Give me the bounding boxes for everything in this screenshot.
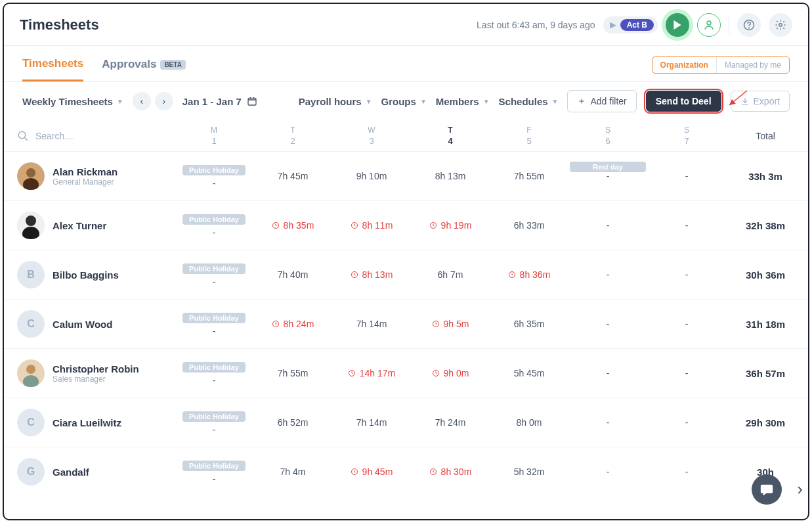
table-row[interactable]: Christopher RobinSales managerPublic Hol… [4, 348, 808, 398]
chat-button[interactable] [752, 474, 782, 505]
time-cell[interactable]: 6h 33m [490, 220, 568, 231]
date-range-picker[interactable]: Jan 1 - Jan 7 [182, 96, 257, 107]
row-total: 32h 38m [726, 220, 805, 231]
time-cell[interactable]: - [568, 319, 647, 329]
time-cell[interactable]: 7h 55m [253, 368, 332, 378]
avatar: C [17, 409, 45, 436]
clock-icon [272, 221, 280, 229]
next-week-button[interactable]: › [155, 92, 173, 110]
time-cell[interactable]: 8h 13m [332, 269, 411, 280]
clock-icon [272, 320, 280, 328]
time-cell[interactable]: 8h 30m [411, 466, 490, 477]
time-cell[interactable]: Public Holiday- [175, 164, 253, 189]
search-input[interactable] [34, 130, 133, 142]
time-cell[interactable]: 7h 14m [332, 319, 411, 329]
time-cell[interactable]: - [568, 466, 647, 477]
clock-icon [429, 468, 437, 476]
carousel-next[interactable]: › [797, 479, 803, 499]
time-cell[interactable]: 8h 35m [253, 220, 332, 231]
time-cell[interactable]: - [568, 368, 647, 378]
filter-bar: Weekly Timesheets▼ ‹ › Jan 1 - Jan 7 Pay… [4, 82, 808, 120]
time-cell[interactable]: Public Holiday- [175, 312, 253, 336]
time-cell[interactable]: Rest day- [568, 171, 647, 181]
time-cell[interactable]: 8h 36m [490, 269, 568, 280]
restday-badge: Rest day [570, 162, 646, 172]
last-out-text: Last out 6:43 am, 9 days ago [477, 20, 595, 30]
svg-point-2 [749, 28, 750, 28]
table-row[interactable]: BBilbo BagginsPublic Holiday-7h 40m 8h 1… [4, 250, 808, 299]
time-cell[interactable]: 8h 13m [411, 171, 490, 181]
profile-button[interactable] [697, 13, 721, 37]
table-row[interactable]: GGandalfPublic Holiday-7h 4m 9h 45m 8h 3… [4, 447, 808, 496]
time-cell[interactable]: - [568, 269, 647, 280]
time-cell[interactable]: 6h 7m [411, 269, 490, 280]
time-cell[interactable]: 5h 32m [490, 466, 568, 477]
time-cell[interactable]: 6h 35m [490, 319, 568, 329]
time-cell[interactable]: 9h 0m [411, 368, 490, 378]
time-cell[interactable]: 7h 4m [253, 466, 332, 477]
prev-week-button[interactable]: ‹ [133, 92, 151, 110]
view-dropdown[interactable]: Weekly Timesheets▼ [22, 96, 123, 107]
time-cell[interactable]: 7h 24m [411, 417, 490, 428]
time-cell[interactable]: - [647, 417, 726, 428]
time-cell[interactable]: 9h 45m [332, 466, 411, 477]
clock-icon [351, 468, 358, 476]
time-cell[interactable]: 7h 45m [253, 171, 332, 181]
time-cell[interactable]: 9h 19m [411, 220, 490, 231]
beta-badge: BETA [160, 60, 185, 70]
time-cell[interactable]: 5h 45m [490, 368, 568, 378]
time-cell[interactable]: - [647, 220, 726, 231]
time-cell[interactable]: Public Holiday- [175, 214, 253, 238]
activity-pill[interactable]: ▶ Act B [603, 16, 658, 34]
holiday-badge: Public Holiday [182, 411, 246, 422]
person-role: Sales manager [53, 375, 139, 384]
tab-timesheets[interactable]: Timesheets [22, 57, 83, 81]
start-timer-button[interactable] [666, 13, 689, 37]
time-cell[interactable]: 7h 40m [253, 269, 332, 280]
table-row[interactable]: CCalum WoodPublic Holiday- 8h 24m7h 14m … [4, 299, 808, 348]
clock-icon [351, 221, 358, 229]
add-filter-button[interactable]: ＋ Add filter [567, 90, 636, 112]
time-cell[interactable]: Public Holiday- [175, 460, 253, 484]
time-cell[interactable]: 8h 11m [332, 220, 411, 231]
time-cell[interactable]: 8h 0m [490, 417, 568, 428]
time-cell[interactable]: 6h 52m [253, 417, 332, 428]
time-cell[interactable]: Public Holiday- [175, 411, 253, 435]
seg-organization[interactable]: Organization [652, 57, 716, 73]
table-row[interactable]: Alex TurnerPublic Holiday- 8h 35m 8h 11m… [4, 200, 808, 250]
person-name: Christopher Robin [53, 363, 139, 375]
timesheet-table: M1T2W3T4F5S6S7Total Alan RickmanGeneral … [4, 120, 808, 496]
page-title: Timesheets [20, 16, 99, 34]
seg-managed-by-me[interactable]: Managed by me [716, 57, 789, 73]
time-cell[interactable]: 14h 17m [332, 368, 411, 378]
table-row[interactable]: CCiara LueilwitzPublic Holiday-6h 52m7h … [4, 398, 808, 447]
schedules-dropdown[interactable]: Schedules▼ [499, 96, 559, 107]
payroll-dropdown[interactable]: Payroll hours▼ [299, 96, 372, 107]
export-button[interactable]: Export [731, 91, 790, 112]
help-button[interactable] [737, 13, 761, 37]
time-cell[interactable]: 8h 24m [253, 319, 332, 329]
time-cell[interactable]: - [647, 466, 726, 477]
time-cell[interactable]: - [568, 220, 647, 231]
svg-rect-5 [248, 98, 256, 105]
time-cell[interactable]: - [647, 269, 726, 280]
send-to-deel-button[interactable]: Send to Deel [646, 91, 721, 112]
time-cell[interactable]: - [568, 417, 647, 428]
members-dropdown[interactable]: Members▼ [436, 96, 490, 107]
time-cell[interactable]: - [647, 368, 726, 378]
groups-dropdown[interactable]: Groups▼ [381, 96, 427, 107]
calendar-icon [247, 96, 257, 106]
time-cell[interactable]: 7h 14m [332, 417, 411, 428]
time-cell[interactable]: 9h 5m [411, 319, 490, 329]
time-cell[interactable]: 7h 55m [490, 171, 568, 181]
time-cell[interactable]: 9h 10m [332, 171, 411, 181]
settings-button[interactable] [769, 13, 792, 37]
time-cell[interactable]: - [647, 319, 726, 329]
table-row[interactable]: Alan RickmanGeneral ManagerPublic Holida… [4, 151, 808, 200]
time-cell[interactable]: Public Holiday- [175, 361, 253, 386]
svg-point-0 [707, 21, 711, 25]
time-cell[interactable]: - [647, 171, 726, 181]
tab-approvals[interactable]: Approvals BETA [102, 57, 186, 81]
day-header: T2 [253, 125, 332, 146]
time-cell[interactable]: Public Holiday- [175, 263, 253, 287]
